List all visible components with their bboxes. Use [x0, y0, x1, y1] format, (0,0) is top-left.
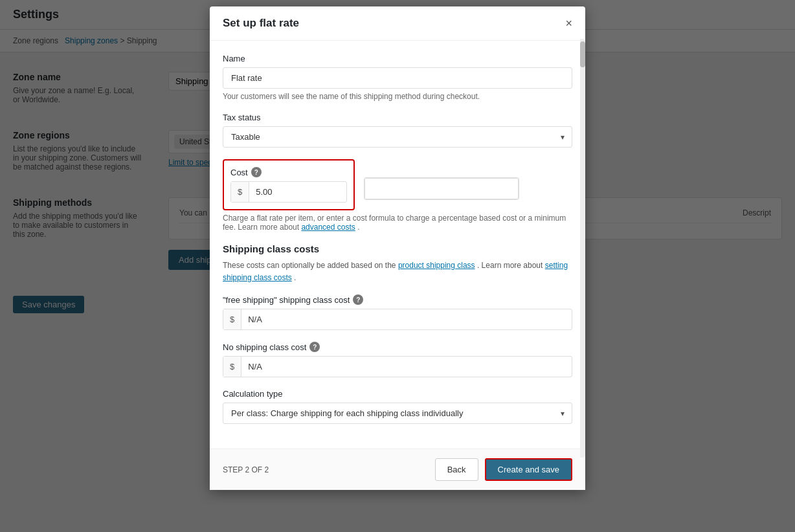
free-shipping-help-icon: ?: [353, 294, 363, 305]
modal-footer: STEP 2 OF 2 Back Create and save: [210, 449, 585, 490]
footer-buttons: Back Create and save: [435, 458, 572, 481]
shipping-class-costs-section: Shipping class costs These costs can opt…: [223, 243, 572, 424]
modal-header: Set up flat rate ×: [210, 6, 585, 41]
name-field-label: Name: [223, 54, 572, 63]
free-shipping-input-wrapper: $: [223, 309, 572, 330]
shipping-class-desc: These costs can optionally be added base…: [223, 260, 572, 284]
modal-body: Name Your customers will see the name of…: [210, 41, 585, 449]
product-shipping-class-link[interactable]: product shipping class: [398, 261, 475, 270]
cost-help-icon: ?: [251, 167, 262, 177]
modal-title: Set up flat rate: [223, 17, 299, 30]
flat-rate-modal: Set up flat rate × Name Your customers w…: [210, 6, 585, 490]
tax-status-field-group: Tax status Taxable None ▾: [223, 113, 572, 148]
step-indicator: STEP 2 OF 2: [223, 465, 269, 474]
name-field-desc: Your customers will see the name of this…: [223, 92, 572, 101]
modal-close-button[interactable]: ×: [565, 17, 572, 29]
calc-type-field-group: Calculation type Per class: Charge shipp…: [223, 389, 572, 424]
no-shipping-input-wrapper: $: [223, 356, 572, 377]
no-shipping-help-icon: ?: [309, 342, 320, 352]
name-field-group: Name Your customers will see the name of…: [223, 54, 572, 101]
no-shipping-label: No shipping class cost ?: [223, 342, 572, 352]
cost-formula-input[interactable]: [364, 178, 519, 199]
calc-type-label: Calculation type: [223, 389, 572, 399]
tax-status-label: Tax status: [223, 113, 572, 122]
free-shipping-currency-prefix: $: [223, 309, 241, 329]
tax-status-select-wrapper: Taxable None ▾: [223, 126, 572, 148]
cost-full-input-wrapper: [364, 177, 519, 200]
no-shipping-input[interactable]: [241, 357, 572, 377]
modal-scrollbar[interactable]: [580, 39, 585, 458]
cost-label: Cost ?: [230, 167, 347, 177]
no-shipping-currency-prefix: $: [223, 357, 241, 377]
cost-field-desc: Charge a flat rate per item, or enter a …: [223, 214, 572, 232]
calc-type-select[interactable]: Per class: Charge shipping for each ship…: [223, 403, 572, 424]
free-shipping-input[interactable]: [241, 309, 572, 329]
cost-currency-prefix: $: [231, 182, 249, 202]
tax-status-select[interactable]: Taxable None: [223, 126, 572, 148]
free-shipping-label: "free shipping" shipping class cost ?: [223, 294, 572, 305]
create-save-button[interactable]: Create and save: [485, 458, 572, 481]
back-button[interactable]: Back: [435, 458, 478, 481]
name-input[interactable]: [223, 67, 572, 89]
cost-field-group: Cost ? $ Charge a flat rate per item, or…: [223, 159, 572, 232]
no-shipping-cost-group: No shipping class cost ? $: [223, 342, 572, 377]
calc-type-select-wrapper: Per class: Charge shipping for each ship…: [223, 403, 572, 424]
cost-input[interactable]: [249, 182, 371, 202]
free-shipping-cost-group: "free shipping" shipping class cost ? $: [223, 294, 572, 330]
advanced-costs-link[interactable]: advanced costs: [301, 223, 355, 232]
cost-input-wrapper: $: [230, 181, 347, 203]
shipping-class-title: Shipping class costs: [223, 243, 572, 254]
